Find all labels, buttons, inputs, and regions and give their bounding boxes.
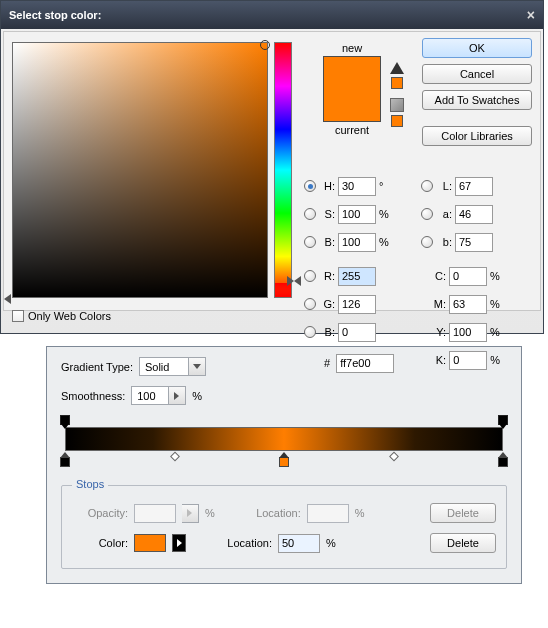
swatch-new [324, 57, 380, 89]
location1-unit: % [355, 507, 365, 519]
location1-label: Location: [241, 507, 301, 519]
smoothness-unit: % [192, 390, 202, 402]
websafe-swatch[interactable] [391, 115, 403, 127]
input-bb[interactable] [338, 323, 376, 342]
dialog-title: Select stop color: [9, 9, 101, 21]
label-bb: B: [319, 326, 335, 338]
label-g: G: [319, 298, 335, 310]
swatch-current [324, 89, 380, 121]
only-web-colors-label: Only Web Colors [28, 310, 111, 322]
label-k: K: [430, 354, 446, 366]
opacity-input [134, 504, 176, 523]
radio-a[interactable] [421, 208, 433, 220]
color-stop[interactable] [60, 457, 70, 467]
gamut-swatch[interactable] [391, 77, 403, 89]
gradient-editor-panel: Gradient Type: Smoothness: % [46, 346, 522, 584]
unit-y: % [490, 326, 504, 338]
opacity-stop[interactable] [60, 415, 70, 425]
location2-input[interactable] [278, 534, 320, 553]
opacity-stop[interactable] [498, 415, 508, 425]
input-hex[interactable] [336, 354, 394, 373]
cancel-button[interactable]: Cancel [422, 64, 532, 84]
opacity-unit: % [205, 507, 215, 519]
gradient-preview-bar[interactable] [65, 427, 503, 451]
delete-color-stop-button[interactable]: Delete [430, 533, 496, 553]
unit-m: % [490, 298, 504, 310]
color-libraries-button[interactable]: Color Libraries [422, 126, 532, 146]
input-r[interactable] [338, 267, 376, 286]
radio-bv[interactable] [304, 236, 316, 248]
stops-group: Stops Opacity: % Location: % Delete Colo… [61, 485, 507, 569]
sb-cursor-icon [260, 40, 270, 50]
color-stops-row[interactable] [65, 451, 503, 467]
unit-k: % [490, 354, 504, 366]
smoothness-flyout-button[interactable] [169, 386, 186, 405]
stops-legend: Stops [72, 478, 108, 490]
radio-h[interactable] [304, 180, 316, 192]
input-k[interactable] [449, 351, 487, 370]
location2-unit: % [326, 537, 336, 549]
close-icon[interactable]: × [527, 7, 535, 23]
svg-marker-0 [193, 364, 201, 369]
hue-slider[interactable] [274, 42, 292, 298]
unit-s: % [379, 208, 393, 220]
input-s[interactable] [338, 205, 376, 224]
opacity-label: Opacity: [72, 507, 128, 519]
radio-b[interactable] [421, 236, 433, 248]
add-to-swatches-button[interactable]: Add To Swatches [422, 90, 532, 110]
unit-c: % [490, 270, 504, 282]
input-h[interactable] [338, 177, 376, 196]
saturation-brightness-field[interactable] [12, 42, 268, 298]
label-hex: # [324, 357, 330, 369]
delete-opacity-stop-button: Delete [430, 503, 496, 523]
label-l: L: [436, 180, 452, 192]
input-g[interactable] [338, 295, 376, 314]
gradient-type-dropdown-button[interactable] [189, 357, 206, 376]
label-bv: B: [319, 236, 335, 248]
ok-button[interactable]: OK [422, 38, 532, 58]
radio-s[interactable] [304, 208, 316, 220]
color-stop[interactable] [498, 457, 508, 467]
opacity-stops-row[interactable] [65, 415, 503, 427]
only-web-colors-checkbox[interactable] [12, 310, 24, 322]
location1-input [307, 504, 349, 523]
label-s: S: [319, 208, 335, 220]
input-b[interactable] [455, 233, 493, 252]
label-m: M: [430, 298, 446, 310]
radio-g[interactable] [304, 298, 316, 310]
sb-arrow-icon [4, 294, 11, 304]
location2-label: Location: [212, 537, 272, 549]
label-a: a: [436, 208, 452, 220]
input-c[interactable] [449, 267, 487, 286]
input-y[interactable] [449, 323, 487, 342]
input-a[interactable] [455, 205, 493, 224]
svg-marker-1 [174, 392, 179, 400]
input-bv[interactable] [338, 233, 376, 252]
unit-bv: % [379, 236, 393, 248]
gradient-type-select[interactable] [139, 357, 189, 376]
stop-color-swatch[interactable] [134, 534, 166, 552]
color-swatch-compare[interactable] [323, 56, 381, 122]
titlebar[interactable]: Select stop color: × [1, 1, 543, 29]
new-label: new [316, 42, 388, 54]
input-l[interactable] [455, 177, 493, 196]
smoothness-label: Smoothness: [61, 390, 125, 402]
radio-bb[interactable] [304, 326, 316, 338]
websafe-warning-icon[interactable] [390, 98, 404, 112]
radio-r[interactable] [304, 270, 316, 282]
gamut-warning-icon[interactable] [390, 62, 404, 74]
label-h: H: [319, 180, 335, 192]
label-c: C: [430, 270, 446, 282]
midpoint-handle[interactable] [170, 452, 180, 462]
current-label: current [316, 124, 388, 136]
midpoint-handle[interactable] [389, 452, 399, 462]
opacity-flyout-button [182, 504, 199, 523]
smoothness-input[interactable] [131, 386, 169, 405]
label-r: R: [319, 270, 335, 282]
color-picker-dialog: Select stop color: × Only Web Colors [0, 0, 544, 334]
color-stop-active[interactable] [279, 457, 289, 467]
svg-marker-2 [187, 509, 192, 517]
input-m[interactable] [449, 295, 487, 314]
stop-color-flyout-button[interactable] [172, 534, 186, 552]
radio-l[interactable] [421, 180, 433, 192]
